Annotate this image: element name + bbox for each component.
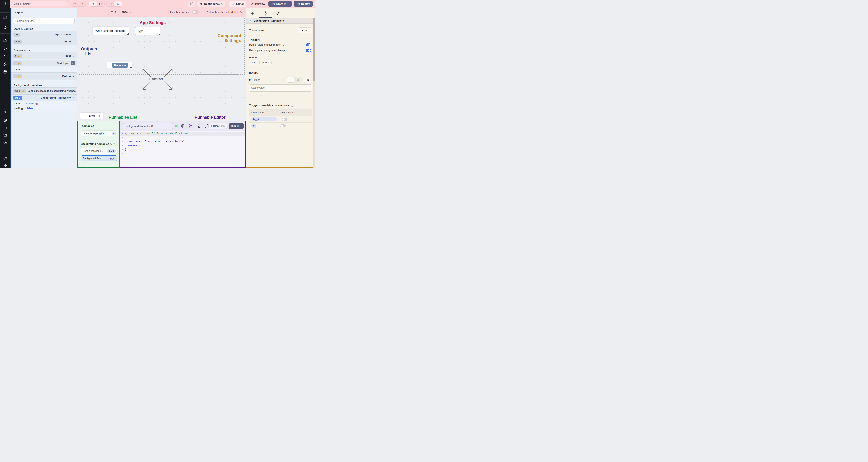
textarea-resize-handle[interactable] — [309, 90, 311, 92]
folders-icon[interactable] — [3, 133, 7, 137]
redo-icon: ↷ — [81, 2, 83, 6]
insert-component-tab[interactable] — [250, 10, 255, 16]
zoom-out-button[interactable]: − — [81, 113, 88, 119]
event-chip-refresh[interactable]: refresh — [259, 60, 272, 65]
deploy-button[interactable]: Deploy — [294, 1, 313, 7]
plug-icon — [306, 78, 309, 81]
text-component-a[interactable]: Write Discord message: — [93, 27, 129, 35]
text-input-component-b[interactable] — [135, 27, 160, 35]
windmill-logo[interactable] — [3, 1, 8, 6]
code-line-6[interactable]: 6 — [120, 152, 245, 156]
expand-editor-icon[interactable] — [205, 124, 209, 128]
output-row-bg1[interactable]: bg_1 Background Runnable 0 — [11, 94, 77, 101]
home-icon[interactable] — [3, 38, 7, 42]
code-line-1[interactable]: 1 // import * as wmill from "windmill-cl… — [120, 132, 245, 135]
static-mode-button[interactable] — [287, 77, 294, 82]
resources-cubes-icon[interactable] — [3, 62, 7, 66]
press-me-button[interactable]: Press me — [112, 63, 128, 68]
refresh-count-button[interactable]: 2 — [108, 10, 119, 15]
redo-button[interactable]: ↷ — [79, 1, 86, 6]
output-row-a[interactable]: a☝ Text — [11, 52, 77, 59]
output-row-bg0[interactable]: bg_0☝ Send a message to discord using we… — [11, 87, 77, 94]
selected-component-header[interactable]: f Background Runnable 0 — [246, 18, 314, 24]
input-mode-segmented — [287, 77, 302, 83]
add-transformer-button[interactable]: + Add — [298, 27, 312, 33]
help-icon[interactable] — [3, 156, 7, 160]
top-toolbar: ↶ ↷ ⋮ Debug runs (7) Editor Preview Draf… — [10, 0, 315, 8]
users-person-icon[interactable] — [3, 111, 7, 114]
output-row-state[interactable]: state State — [11, 38, 77, 45]
output-row-c[interactable]: c☝ Button — [11, 72, 77, 80]
runnable-item-bg0[interactable]: Send a message... bg_0 — [81, 148, 117, 154]
info-icon[interactable]: i — [282, 44, 285, 47]
runnable-item-script[interactable]: u/henri/scrape_githu... c — [81, 130, 117, 136]
preview-tab-button[interactable]: Preview — [248, 1, 268, 7]
event-chip-start[interactable]: start — [249, 60, 258, 65]
resize-handle[interactable] — [130, 67, 132, 68]
static-value-textarea[interactable] — [249, 84, 312, 92]
draft-button[interactable]: Draft ⌘S — [269, 1, 292, 7]
debug-runs-button[interactable]: Debug runs (7) — [197, 1, 225, 7]
c-recompute-toggle[interactable] — [280, 125, 285, 128]
variables-dollar-icon[interactable] — [3, 54, 7, 58]
chevron-down-icon — [72, 75, 75, 77]
cache-database-icon[interactable] — [181, 124, 185, 128]
ctx-type: App Context — [55, 33, 71, 36]
button-component-c[interactable]: Press me — [107, 62, 132, 68]
connect-plug-button[interactable] — [304, 77, 312, 83]
editor-tab-button[interactable]: Editor — [229, 1, 246, 7]
styling-brush-tab[interactable] — [275, 10, 281, 16]
code-line-2[interactable]: 2 — [120, 135, 245, 139]
zoom-in-button[interactable]: + — [96, 113, 103, 119]
code-line-5[interactable]: 5 } — [120, 147, 245, 152]
desktop-view-button[interactable] — [114, 1, 122, 6]
code-line-4[interactable]: 4 return x — [120, 143, 245, 147]
recompute-toggle[interactable] — [306, 49, 311, 52]
mobile-view-button[interactable] — [107, 1, 114, 6]
author-info-icon[interactable]: i — [240, 11, 243, 13]
fullscreen-button[interactable] — [97, 1, 104, 6]
run-button[interactable]: Run⌘↵ — [229, 123, 244, 129]
run-on-start-toggle[interactable] — [306, 43, 311, 46]
preview-eye-icon — [251, 2, 254, 5]
info-icon[interactable]: i — [290, 105, 292, 107]
schedule-select[interactable]: once — [122, 10, 132, 13]
info-icon[interactable]: i — [267, 30, 269, 32]
annotation-runnable-editor: Runnable Editor — [194, 115, 225, 120]
centered-layout-button[interactable] — [89, 1, 97, 6]
runnable-name-input[interactable] — [123, 123, 173, 129]
bg1-result-row: result : No items ([]) — [11, 101, 77, 106]
scrollbar-track[interactable] — [313, 18, 315, 168]
bg0-recompute-toggle[interactable] — [282, 118, 287, 121]
trigger-row2-label: Recompute on any input changes — [249, 49, 286, 52]
app-summary-input[interactable] — [12, 1, 68, 6]
collapse-chevron-up-button[interactable] — [71, 61, 75, 65]
format-button[interactable]: Format⌘S — [208, 123, 227, 129]
undo-button[interactable]: ↶ — [71, 1, 79, 6]
eval-mode-button[interactable] — [294, 77, 301, 82]
settings-tab-active[interactable] — [262, 10, 269, 16]
add-background-runnable-button[interactable]: + — [112, 141, 117, 146]
collapse-arrow-icon[interactable] — [3, 164, 7, 168]
ai-magic-wand-icon[interactable] — [189, 124, 193, 128]
type-input[interactable] — [135, 27, 160, 35]
favorites-star-icon[interactable] — [3, 25, 7, 29]
workers-robot-icon[interactable] — [3, 126, 7, 130]
search-outputs-input[interactable] — [13, 18, 74, 24]
code-line-3[interactable]: 3 export async function main(x: string) … — [120, 139, 245, 143]
resize-handle[interactable] — [158, 34, 160, 35]
runs-play-icon[interactable] — [3, 46, 7, 51]
audit-eye-icon[interactable] — [3, 141, 7, 145]
more-menu-kebab[interactable]: ⋮ — [182, 2, 185, 6]
settings-gear-icon[interactable] — [3, 118, 7, 122]
output-row-ctx[interactable]: ctx App Context — [11, 31, 77, 38]
delete-trash-icon[interactable] — [197, 124, 201, 128]
resize-handle[interactable] — [127, 33, 129, 35]
scrollbar-thumb[interactable] — [313, 18, 315, 80]
hide-bar-toggle[interactable] — [192, 10, 198, 14]
output-row-b[interactable]: b☝ Text Input — [11, 60, 77, 66]
docs-button[interactable] — [188, 1, 195, 7]
apps-icon[interactable] — [3, 16, 7, 20]
schedules-calendar-icon[interactable] — [3, 70, 7, 74]
runnable-item-bg1-selected[interactable]: Background Run... bg_1 — [81, 156, 117, 161]
